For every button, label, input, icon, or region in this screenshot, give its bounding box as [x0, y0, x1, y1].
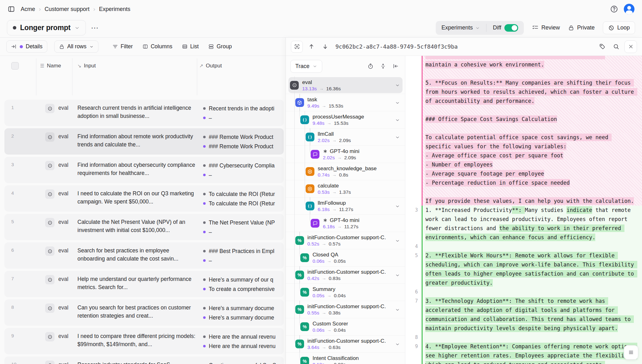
close-panel-button[interactable]: [624, 40, 637, 53]
help-icon[interactable]: [610, 5, 618, 13]
filter-button[interactable]: Filter: [112, 43, 133, 50]
trace-node[interactable]: search_knowledge_base0.74s→0.8s: [286, 163, 405, 180]
details-button[interactable]: Details: [6, 40, 47, 53]
trace-node-title: Custom Scorer: [313, 320, 348, 327]
row-name: eval: [58, 162, 68, 168]
trace-node[interactable]: %initFunction-Customer support-C...0.55s…: [286, 301, 405, 318]
select-all-checkbox[interactable]: [11, 62, 19, 70]
column-divider[interactable]: [72, 58, 72, 95]
chevron-down-icon[interactable]: [395, 203, 400, 209]
diff-line-text: [422, 106, 642, 115]
diff-removed-line: [405, 106, 642, 115]
trace-node[interactable]: GPT-4o mini6.18s→11.27s: [286, 214, 405, 232]
experiment-selector[interactable]: Longer prompt: [7, 20, 86, 35]
private-button[interactable]: Private: [568, 24, 595, 31]
diff-removed-line: - Percentage reduction in office space n…: [405, 178, 642, 187]
trace-node[interactable]: %Custom Scorer0.06s→0.04s: [286, 318, 405, 335]
tree-guide-line: [294, 197, 295, 214]
trace-node[interactable]: calculate0.53s→1.37s: [286, 180, 405, 197]
trace-node[interactable]: ()processUserMessage9.48s→15.53s: [286, 111, 405, 128]
group-button[interactable]: Group: [208, 43, 232, 50]
expand-panel-button[interactable]: [291, 41, 303, 53]
floating-menu-button[interactable]: [624, 345, 638, 360]
diff-line-number: 3: [405, 206, 422, 242]
trace-node[interactable]: GPT-4o mini2.02s→2.09s: [286, 145, 405, 163]
row-outputs: Here's a summary of our qTo create a com…: [203, 275, 284, 294]
diff-line-number: 6: [405, 288, 422, 297]
column-divider[interactable]: [36, 58, 36, 95]
list-button[interactable]: List: [182, 43, 199, 50]
column-header-input[interactable]: ↘Input: [77, 63, 96, 69]
row-output-line: –: [203, 113, 284, 123]
chevron-down-icon[interactable]: [395, 272, 400, 278]
trace-node[interactable]: %initFunction-Customer support-C...0.42s…: [286, 266, 405, 283]
trace-node[interactable]: %Closed QA0.06s→0.05s: [286, 249, 405, 266]
user-avatar[interactable]: [624, 4, 634, 14]
chevron-down-icon[interactable]: [395, 82, 400, 88]
diff-line-text: - Average office space cost per square f…: [422, 151, 642, 160]
trace-node[interactable]: ()llmFollowup6.18s→11.27s: [286, 197, 405, 214]
next-row-button[interactable]: [320, 41, 330, 52]
table-row[interactable]: 8evalCan you search for best practices o…: [4, 299, 284, 326]
chevron-down-icon[interactable]: [395, 341, 400, 347]
column-header-output[interactable]: ↗Output: [199, 63, 222, 69]
review-label: Review: [541, 24, 560, 31]
collapse-vertical-icon[interactable]: [378, 61, 388, 71]
row-outputs: ### Best Practices in Empl–: [203, 246, 284, 265]
pin-left-icon[interactable]: [391, 61, 401, 71]
rows-filter-button[interactable]: All rows: [54, 40, 98, 53]
tag-icon[interactable]: [597, 41, 608, 52]
output-score-dot: [203, 164, 206, 167]
breadcrumb-section[interactable]: Experiments: [99, 6, 130, 13]
chevron-down-icon[interactable]: [395, 117, 400, 123]
trace-node[interactable]: eval13.13s→16.36s: [286, 76, 405, 94]
diff-line-number: 7: [405, 297, 422, 333]
row-output-line: Creating a successful SaaS: [203, 361, 284, 364]
breadcrumb-org[interactable]: Acme: [21, 6, 35, 13]
chevron-down-icon[interactable]: [395, 238, 400, 243]
chevron-down-icon[interactable]: [395, 100, 400, 105]
table-row[interactable]: 7evalHelp me understand our quarterly pe…: [4, 271, 284, 297]
review-button[interactable]: Review: [532, 24, 560, 31]
loop-button[interactable]: Loop: [603, 21, 635, 34]
breadcrumb-project[interactable]: Customer support: [45, 6, 89, 13]
trace-node[interactable]: task9.49s→15.53s: [286, 94, 405, 111]
column-divider[interactable]: [197, 58, 197, 95]
table-row[interactable]: 9evalI need to compare three different p…: [4, 328, 284, 354]
table-row[interactable]: 6evalSearch for best practices in employ…: [4, 242, 284, 269]
table-row[interactable]: 2evalFind information about remote work …: [4, 128, 284, 155]
diff-added-line: 94. **Employee Retention**: Companies of…: [405, 342, 642, 364]
chevron-down-icon[interactable]: [395, 307, 400, 312]
table-row[interactable]: 1evalResearch current trends in artifici…: [4, 100, 284, 126]
trace-node-durations: 0.42s→0.83s: [308, 275, 386, 281]
output-score-dot: [203, 345, 206, 347]
more-options-button[interactable]: ⋯: [91, 24, 99, 32]
trace-node[interactable]: %initFunction-Customer support-C...0.52s…: [286, 232, 405, 249]
diff-toggle[interactable]: [504, 24, 518, 32]
trace-node[interactable]: %Summary0.05s→0.04s: [286, 283, 405, 301]
diff-content: maintain a cohesive work environment. 5.…: [405, 56, 642, 364]
trace-node[interactable]: %initFunction-Customer support-C...3.64s…: [286, 335, 405, 352]
sidebar-toggle-icon[interactable]: [8, 5, 15, 13]
table-row[interactable]: 5evalCalculate the Net Present Value (NP…: [4, 214, 284, 240]
row-output-line: Here are the annual revenu: [203, 332, 284, 341]
row-outputs: To calculate the ROI (ReturTo calculate …: [203, 189, 284, 208]
timing-icon[interactable]: [366, 61, 376, 71]
table-row[interactable]: 3evalFind information about cybersecurit…: [4, 157, 284, 183]
previous-row-button[interactable]: [306, 41, 317, 52]
trace-view-selector[interactable]: Trace: [290, 60, 322, 73]
columns-button[interactable]: Columns: [142, 43, 172, 50]
row-outputs: Creating a successful SaaS: [203, 361, 284, 364]
diff-line-number: 9: [405, 342, 422, 364]
tree-guide-line: [305, 145, 305, 163]
search-icon[interactable]: [611, 41, 621, 52]
diff-line-text: - Percentage reduction in office space n…: [422, 178, 642, 187]
trace-node[interactable]: %Intent Classification0.13s→0.08s: [286, 352, 405, 364]
column-header-name[interactable]: ☰Name: [40, 63, 61, 69]
table-row[interactable]: 4evalI need to calculate the ROI on our …: [4, 185, 284, 212]
table-row[interactable]: 10evalResearch industry standards for Sa…: [4, 356, 284, 364]
chevron-down-icon[interactable]: [395, 134, 400, 140]
row-number: 2: [11, 133, 20, 139]
view-selector[interactable]: Experiments: [437, 23, 484, 32]
trace-node[interactable]: ()llmCall2.02s→2.09s: [286, 128, 405, 145]
